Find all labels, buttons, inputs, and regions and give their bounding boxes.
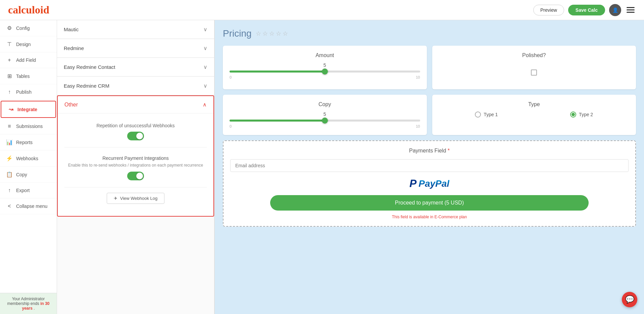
- sidebar-label-submissions: Submissions: [16, 124, 43, 129]
- membership-suffix: .: [34, 306, 35, 311]
- type-label-2: Type 2: [579, 112, 593, 117]
- star-5[interactable]: ☆: [283, 30, 288, 37]
- recurrent-desc: Enable this to re-send webhooks / integr…: [64, 162, 207, 168]
- preview-title: Pricing: [223, 28, 252, 39]
- amount-slider-thumb[interactable]: [322, 69, 328, 75]
- submissions-icon: ≡: [6, 123, 13, 129]
- copy-max: 10: [416, 124, 420, 128]
- chat-bubble[interactable]: 💬: [622, 292, 637, 307]
- type-option-1[interactable]: Type 1: [475, 111, 498, 118]
- proceed-button[interactable]: Proceed to payment (5 USD): [270, 195, 589, 211]
- sidebar-item-config[interactable]: ⚙ Config: [0, 20, 57, 36]
- sidebar-item-reports[interactable]: 📊 Reports: [0, 134, 57, 150]
- radio-circle-1[interactable]: [475, 111, 481, 118]
- sidebar-item-add-field[interactable]: + Add Field: [0, 52, 57, 68]
- preview-button[interactable]: Preview: [533, 5, 564, 15]
- add-icon: +: [6, 57, 13, 63]
- avatar[interactable]: 👤: [609, 4, 621, 16]
- sidebar-item-submissions[interactable]: ≡ Submissions: [0, 119, 57, 134]
- easy-redmine-contact-label: Easy Redmine Contact: [64, 64, 115, 70]
- star-3[interactable]: ☆: [269, 30, 275, 37]
- polished-checkbox-area: [439, 62, 630, 83]
- sidebar-item-design[interactable]: ⊤ Design: [0, 36, 57, 52]
- send-icon: ✈: [114, 196, 117, 201]
- sidebar-label-webhooks: Webhooks: [16, 156, 38, 161]
- recurrent-toggle[interactable]: [127, 172, 144, 180]
- sidebar-label-copy: Copy: [16, 172, 27, 177]
- sidebar-label-export: Export: [16, 188, 30, 193]
- tables-icon: ⊞: [6, 73, 13, 79]
- view-log-label: View Webhook Log: [120, 196, 158, 201]
- star-2[interactable]: ☆: [262, 30, 268, 37]
- integration-easy-redmine-contact[interactable]: Easy Redmine Contact ∨: [57, 58, 214, 77]
- star-rating[interactable]: ☆ ☆ ☆ ☆ ☆: [256, 30, 288, 37]
- webhooks-icon: ⚡: [6, 155, 13, 162]
- redmine-label: Redmine: [64, 45, 84, 51]
- polished-card: Polished?: [432, 46, 636, 89]
- sidebar-item-collapse[interactable]: < Collapse menu: [0, 198, 57, 214]
- sidebar-item-tables[interactable]: ⊞ Tables: [0, 68, 57, 84]
- copy-slider-thumb[interactable]: [322, 118, 328, 124]
- integration-redmine[interactable]: Redmine ∨: [57, 39, 214, 58]
- chevron-down-icon: ∨: [203, 45, 207, 51]
- sidebar-label-collapse: Collapse menu: [16, 204, 47, 209]
- preview-header: Pricing ☆ ☆ ☆ ☆ ☆: [223, 28, 636, 39]
- other-header[interactable]: Other ∧: [58, 96, 213, 114]
- polished-checkbox[interactable]: [531, 70, 537, 76]
- amount-max: 10: [416, 75, 420, 79]
- type-radio-group: Type 1 Type 2: [439, 111, 630, 118]
- type-label-1: Type 1: [484, 112, 498, 117]
- integration-mautic[interactable]: Mautic ∨: [57, 20, 214, 39]
- recurrent-section: Recurrent Payment Integrations Enable th…: [64, 151, 207, 187]
- chevron-down-icon: ∨: [203, 83, 207, 89]
- integrations-list: Mautic ∨ Redmine ∨ Easy Redmine Contact …: [57, 20, 214, 314]
- view-webhook-log-button[interactable]: ✈ View Webhook Log: [107, 193, 165, 204]
- sidebar-item-export[interactable]: ↑ Export: [0, 183, 57, 198]
- copy-slider-track[interactable]: [230, 120, 420, 122]
- gear-icon: ⚙: [6, 25, 13, 31]
- payments-title: Payments Field *: [230, 148, 629, 154]
- sidebar-item-copy[interactable]: 📋 Copy: [0, 167, 57, 183]
- type-option-2[interactable]: Type 2: [570, 111, 593, 118]
- mautic-label: Mautic: [64, 27, 79, 32]
- copy-min: 0: [230, 124, 232, 128]
- polished-title: Polished?: [439, 52, 630, 58]
- save-button[interactable]: Save Calc: [568, 5, 605, 15]
- type-card: Type Type 1 Type 2: [432, 95, 636, 135]
- amount-slider-track[interactable]: [230, 71, 420, 73]
- integration-easy-redmine-crm[interactable]: Easy Redmine CRM ∨: [57, 77, 214, 95]
- payments-title-text: Payments Field: [409, 148, 446, 153]
- payments-section: Payments Field * P PayPal Proceed to pay…: [223, 140, 636, 227]
- publish-icon: ↑: [6, 89, 13, 95]
- other-chevron-icon: ∧: [203, 101, 207, 108]
- amount-slider-labels: 0 10: [230, 75, 420, 79]
- star-4[interactable]: ☆: [276, 30, 281, 37]
- other-title: Other: [64, 102, 78, 108]
- amount-slider-fill: [230, 71, 325, 73]
- chat-icon: 💬: [625, 295, 634, 304]
- radio-circle-2[interactable]: [570, 111, 576, 118]
- email-input[interactable]: [230, 159, 629, 172]
- hamburger-menu[interactable]: [625, 6, 636, 14]
- calc-grid: Amount 5 0 10 Polished? C: [223, 46, 636, 135]
- paypal-text: PayPal: [418, 178, 449, 189]
- copy-icon: 📋: [6, 171, 13, 178]
- sidebar-label-design: Design: [16, 42, 31, 47]
- type-title: Type: [439, 101, 630, 107]
- other-content: Repetition of unsuccessful Webhooks Recu…: [58, 114, 213, 209]
- recurrent-title: Recurrent Payment Integrations: [64, 155, 207, 161]
- sidebar-label-reports: Reports: [16, 140, 33, 145]
- preview-panel: Pricing ☆ ☆ ☆ ☆ ☆ Amount 5 0 10: [215, 20, 644, 314]
- webhook-toggle[interactable]: [127, 132, 144, 140]
- sidebar-label-publish: Publish: [16, 89, 32, 95]
- header-actions: Preview Save Calc 👤: [533, 4, 636, 16]
- membership-notice: Your Administrator membership ends in 30…: [0, 293, 57, 314]
- sidebar-item-webhooks[interactable]: ⚡ Webhooks: [0, 150, 57, 167]
- recurrent-toggle-container: [64, 172, 207, 180]
- star-1[interactable]: ☆: [256, 30, 261, 37]
- amount-min: 0: [230, 75, 232, 79]
- sidebar-item-integrate[interactable]: ↝ Integrate: [1, 101, 56, 118]
- reports-icon: 📊: [6, 139, 13, 145]
- chevron-down-icon: ∨: [203, 64, 207, 70]
- sidebar-item-publish[interactable]: ↑ Publish: [0, 84, 57, 100]
